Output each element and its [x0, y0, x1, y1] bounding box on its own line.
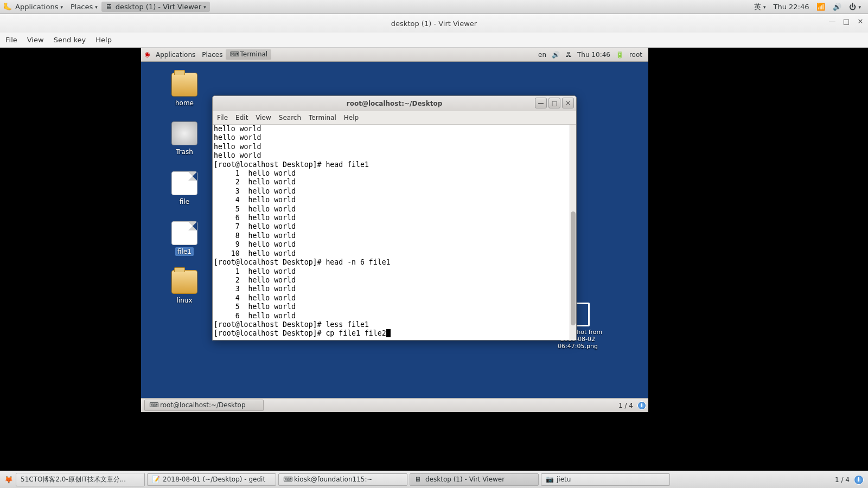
term-menu-file[interactable]: File — [217, 114, 228, 121]
host-notification-icon[interactable]: i — [854, 475, 864, 485]
host-volume-icon[interactable]: 🔊 — [829, 2, 845, 12]
folder-home-icon — [171, 73, 197, 97]
guest-terminal-window: root@localhost:~/Desktop — □ ✕ File Edit… — [212, 95, 577, 341]
host-workspace-indicator[interactable]: 1 / 4 — [831, 476, 854, 484]
guest-menu-places[interactable]: Places — [199, 50, 226, 60]
guest-workspace-indicator[interactable]: 1 / 4 — [614, 402, 637, 409]
terminal-output[interactable]: hello world hello world hello world hell… — [213, 125, 576, 340]
guest-taskbar-item-terminal[interactable]: ⌨ root@localhost:~/Desktop — [144, 400, 264, 411]
guest-lang-indicator[interactable]: en — [535, 51, 549, 59]
window-minimize-button[interactable]: — — [828, 17, 837, 25]
host-ime-indicator[interactable]: 英 ▾ — [750, 1, 770, 13]
gedit-icon: 📝 — [152, 476, 160, 484]
desktop-icon-file1[interactable]: file1 — [163, 221, 206, 256]
guest-menu-applications[interactable]: Applications — [152, 50, 199, 60]
terminal-maximize-button[interactable]: □ — [548, 98, 560, 108]
host-top-panel: 🦶 Applications ▾ Places ▾ 🖥 desktop (1) … — [0, 0, 868, 14]
virt-viewer-window: desktop (1) - Virt Viewer — □ ✕ File Vie… — [0, 14, 868, 471]
vv-menu-sendkey[interactable]: Send key — [54, 36, 86, 44]
guest-desktop[interactable]: ◉ Applications Places ⌨ Terminal en 🔊 🖧 … — [141, 48, 648, 412]
guest-clock[interactable]: Thu 10:46 — [575, 51, 613, 59]
virt-viewer-icon: 🖥 — [414, 476, 423, 484]
terminal-icon: ⌨ — [229, 50, 238, 59]
terminal-cursor — [386, 329, 391, 337]
host-power-icon[interactable]: ⏻ ▾ — [845, 2, 865, 12]
guest-bottom-panel: ⌨ root@localhost:~/Desktop 1 / 4 i — [141, 398, 648, 412]
desktop-icon-home[interactable]: home — [163, 73, 206, 107]
virt-viewer-titlebar[interactable]: desktop (1) - Virt Viewer — □ ✕ — [0, 14, 868, 33]
term-menu-edit[interactable]: Edit — [235, 114, 248, 121]
vm-display-area[interactable]: ◉ Applications Places ⌨ Terminal en 🔊 🖧 … — [0, 48, 868, 471]
terminal-titlebar[interactable]: root@localhost:~/Desktop — □ ✕ — [213, 96, 576, 111]
host-task-0[interactable]: 51CTO博客2.0-原创IT技术文章分... — [16, 473, 145, 486]
term-menu-search[interactable]: Search — [279, 114, 301, 121]
host-panel-task-virt-viewer[interactable]: 🖥 desktop (1) - Virt Viewer ▾ — [101, 2, 210, 12]
guest-battery-icon[interactable]: 🔋 — [613, 51, 627, 59]
host-task-1[interactable]: 📝2018-08-01 (~/Desktop) - gedit — [147, 473, 276, 486]
host-task-2[interactable]: ⌨kiosk@foundation115:~ — [278, 473, 407, 486]
virt-viewer-menubar: File View Send key Help — [0, 33, 868, 48]
terminal-scrollbar[interactable] — [570, 125, 576, 340]
host-menu-places[interactable]: Places ▾ — [67, 2, 101, 12]
terminal-icon: ⌨ — [149, 401, 157, 409]
guest-top-panel: ◉ Applications Places ⌨ Terminal en 🔊 🖧 … — [141, 48, 648, 62]
terminal-close-button[interactable]: ✕ — [562, 98, 574, 108]
file-icon — [171, 221, 197, 245]
guest-network-icon[interactable]: 🖧 — [563, 51, 575, 59]
host-network-icon[interactable]: 📶 — [813, 2, 829, 12]
file-icon — [171, 171, 197, 195]
gnome-foot-icon: 🦶 — [3, 3, 11, 11]
firefox-icon[interactable]: 🦊 — [4, 476, 12, 484]
app-icon: 📷 — [546, 476, 554, 484]
guest-user-indicator[interactable]: root — [627, 51, 645, 59]
desktop-icon-linux[interactable]: linux — [163, 270, 206, 305]
host-bottom-taskbar: 🦊 51CTO博客2.0-原创IT技术文章分... 📝2018-08-01 (~… — [0, 471, 868, 488]
trash-icon — [171, 121, 197, 145]
guest-volume-icon[interactable]: 🔊 — [549, 51, 563, 59]
term-menu-terminal[interactable]: Terminal — [309, 114, 336, 121]
terminal-icon: ⌨ — [283, 476, 291, 484]
desktop-icon-trash[interactable]: Trash — [163, 121, 206, 156]
redhat-icon: ◉ — [144, 50, 152, 59]
host-task-3[interactable]: 🖥desktop (1) - Virt Viewer — [410, 473, 539, 486]
virt-viewer-title: desktop (1) - Virt Viewer — [391, 20, 477, 28]
host-task-4[interactable]: 📷jietu — [541, 473, 670, 486]
terminal-menubar: File Edit View Search Terminal Help — [213, 111, 576, 125]
desktop-icon-file[interactable]: file — [163, 171, 206, 206]
folder-icon — [171, 270, 197, 294]
vv-menu-view[interactable]: View — [27, 36, 44, 44]
window-maximize-button[interactable]: □ — [842, 17, 851, 25]
terminal-minimize-button[interactable]: — — [535, 98, 547, 108]
guest-notification-icon[interactable]: i — [637, 401, 646, 410]
vv-menu-help[interactable]: Help — [95, 36, 112, 44]
host-clock[interactable]: Thu 22:46 — [769, 2, 813, 12]
window-close-button[interactable]: ✕ — [856, 17, 865, 25]
scrollbar-thumb[interactable] — [571, 211, 576, 325]
vv-menu-file[interactable]: File — [5, 36, 17, 44]
term-menu-view[interactable]: View — [256, 114, 271, 121]
guest-panel-task-terminal[interactable]: ⌨ Terminal — [226, 49, 271, 60]
host-menu-applications[interactable]: Applications ▾ — [11, 2, 67, 12]
virt-viewer-icon: 🖥 — [105, 3, 113, 11]
term-menu-help[interactable]: Help — [344, 114, 359, 121]
